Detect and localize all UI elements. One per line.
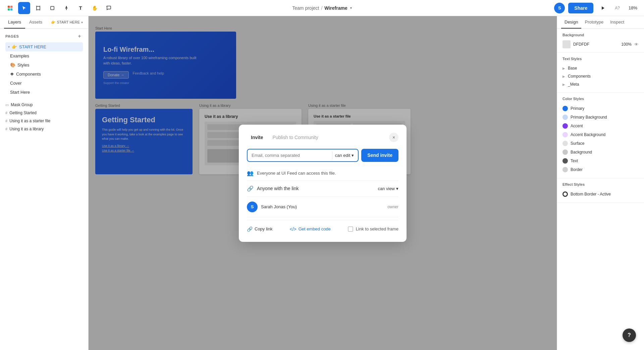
background-title: Background bbox=[562, 33, 639, 37]
text-label: Text bbox=[571, 159, 578, 163]
color-styles-title: Color Styles bbox=[562, 97, 639, 101]
modal-overlay[interactable]: Invite Publish to Community × can edit ▾ bbox=[89, 16, 557, 350]
file-name[interactable]: Wireframe bbox=[324, 5, 347, 11]
color-style-primary-bg[interactable]: Primary Background bbox=[562, 113, 639, 122]
page-item-components[interactable]: ❖ Components bbox=[5, 70, 83, 79]
send-invite-button[interactable]: Send invite bbox=[361, 149, 398, 162]
accent-bg-label: Accent Background bbox=[571, 132, 605, 137]
color-style-accent-bg[interactable]: Accent Background bbox=[562, 130, 639, 139]
tab-layers[interactable]: Layers bbox=[4, 16, 25, 29]
zoom-control[interactable]: A? bbox=[612, 4, 623, 12]
file-dropdown-icon[interactable]: ▾ bbox=[350, 6, 352, 10]
topbar-center: Team project / Wireframe ▾ bbox=[292, 5, 352, 11]
link-permission-dropdown[interactable]: can view ▾ bbox=[378, 186, 398, 191]
primary-label: Primary bbox=[571, 106, 584, 111]
divider-1 bbox=[247, 180, 398, 181]
left-tabs: Layers Assets 👉 START HERE ▾ bbox=[0, 16, 88, 29]
svg-rect-1 bbox=[10, 6, 12, 8]
topbar: T ✋ Team project / Wireframe ▾ S Share A… bbox=[0, 0, 644, 16]
primary-dot bbox=[562, 106, 568, 111]
color-style-border[interactable]: Border bbox=[562, 165, 639, 174]
color-style-surface[interactable]: Surface bbox=[562, 139, 639, 148]
background-color-dot bbox=[562, 149, 568, 155]
present-button[interactable] bbox=[597, 2, 609, 14]
visibility-icon[interactable]: 👁 bbox=[634, 42, 639, 47]
zoom-level-button[interactable]: 18% bbox=[626, 4, 640, 12]
tab-publish[interactable]: Publish to Community bbox=[269, 133, 322, 142]
can-edit-arrow: ▾ bbox=[352, 153, 354, 158]
page-item-start-here[interactable]: ▾ 👉 START HERE bbox=[5, 42, 83, 51]
can-edit-label: can edit bbox=[335, 153, 351, 158]
start-here-dropdown[interactable]: ▾ bbox=[81, 20, 83, 24]
embed-label: Get embed code bbox=[299, 226, 331, 231]
get-embed-code-button[interactable]: </> Get embed code bbox=[289, 224, 330, 234]
effect-label: Bottom Border - Active bbox=[571, 192, 611, 196]
pen-tool[interactable] bbox=[60, 2, 72, 14]
share-button[interactable]: Share bbox=[568, 3, 593, 13]
background-swatch[interactable] bbox=[562, 40, 571, 48]
select-tool[interactable] bbox=[18, 2, 30, 14]
layer-item-using-library[interactable]: # Using it as a library bbox=[3, 125, 86, 133]
accent-label: Accent bbox=[571, 124, 583, 128]
add-page-button[interactable]: + bbox=[76, 33, 83, 40]
background-color-label: Background bbox=[571, 150, 592, 155]
menu-button[interactable] bbox=[4, 2, 16, 14]
expand-arrow-base: ▶ bbox=[562, 67, 565, 70]
surface-label: Surface bbox=[571, 141, 584, 146]
text-tool[interactable]: T bbox=[74, 2, 87, 14]
avatar: S bbox=[554, 3, 565, 13]
layer-icon: ▭ bbox=[5, 103, 9, 107]
effect-item-bottom-border[interactable]: Bottom Border - Active bbox=[562, 190, 639, 199]
tab-invite[interactable]: Invite bbox=[247, 133, 267, 142]
color-style-accent[interactable]: Accent bbox=[562, 122, 639, 130]
shape-tool[interactable] bbox=[46, 2, 58, 14]
modal-close-button[interactable]: × bbox=[389, 133, 398, 142]
layer-label: Using it as a starter file bbox=[9, 119, 50, 123]
email-input[interactable] bbox=[252, 149, 329, 161]
style-item-components[interactable]: ▶ Components bbox=[562, 72, 639, 80]
tab-design[interactable]: Design bbox=[561, 16, 581, 29]
background-row: DFDFDF 100% 👁 bbox=[562, 40, 639, 48]
color-styles-section: Color Styles Primary Primary Background … bbox=[557, 93, 644, 178]
page-item-styles[interactable]: 🎨 Styles bbox=[5, 60, 83, 70]
layer-icon: # bbox=[5, 111, 7, 115]
tab-prototype[interactable]: Prototype bbox=[581, 16, 607, 29]
comment-tool[interactable] bbox=[103, 2, 115, 14]
effect-dot bbox=[562, 191, 568, 197]
project-name[interactable]: Team project bbox=[292, 5, 319, 11]
user-left: S Sarah Jonas (You) bbox=[247, 202, 297, 212]
layer-item-getting-started[interactable]: # Getting Started bbox=[3, 109, 86, 117]
border-label: Border bbox=[571, 167, 583, 172]
color-style-text[interactable]: Text bbox=[562, 157, 639, 165]
color-style-primary[interactable]: Primary bbox=[562, 104, 639, 113]
divider-3 bbox=[247, 217, 398, 217]
svg-rect-9 bbox=[51, 6, 54, 10]
background-opacity: 100% bbox=[621, 42, 632, 47]
page-item-start-here-sub[interactable]: Start Here bbox=[5, 88, 83, 97]
can-edit-dropdown[interactable]: can edit ▾ bbox=[332, 151, 354, 159]
start-here-tab[interactable]: 👉 START HERE bbox=[51, 20, 80, 25]
tab-inspect[interactable]: Inspect bbox=[607, 16, 628, 29]
page-item-cover[interactable]: Cover bbox=[5, 79, 83, 88]
selected-frame-checkbox[interactable] bbox=[348, 226, 353, 232]
layer-item-mask-group[interactable]: ▭ Mask Group bbox=[3, 101, 86, 109]
tab-assets[interactable]: Assets bbox=[25, 16, 46, 29]
link-icon: 🔗 bbox=[247, 185, 254, 192]
org-icon: 👥 bbox=[247, 170, 254, 176]
copy-link-button[interactable]: 🔗 Copy link bbox=[247, 224, 272, 234]
page-item-examples[interactable]: Examples bbox=[5, 51, 83, 60]
accent-dot bbox=[562, 123, 568, 129]
style-item-base[interactable]: ▶ Base bbox=[562, 64, 639, 72]
hand-tool[interactable]: ✋ bbox=[89, 2, 101, 14]
page-label: Components bbox=[16, 72, 41, 77]
layer-item-using-starter[interactable]: # Using it as a starter file bbox=[3, 117, 86, 125]
expand-arrow-components: ▶ bbox=[562, 75, 565, 78]
color-style-background[interactable]: Background bbox=[562, 148, 639, 157]
frame-tool[interactable] bbox=[32, 2, 44, 14]
effect-styles-title: Effect Styles bbox=[562, 182, 639, 186]
user-role: owner bbox=[387, 205, 398, 209]
help-button[interactable]: ? bbox=[623, 329, 636, 342]
style-item-meta[interactable]: ▶ _Meta bbox=[562, 80, 639, 88]
link-text-wrap: Anyone with the link bbox=[257, 186, 299, 191]
canvas[interactable]: Start Here Lo-fi Wirefram... A robust li… bbox=[89, 16, 557, 350]
